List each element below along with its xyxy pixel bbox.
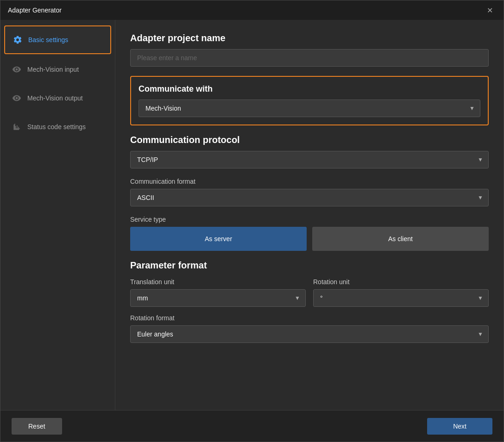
main-content: Basic settings Mech-Vision input Mech-Vi… [0,20,504,410]
rotation-format-group: Rotation format Euler anglesQuaternionAx… [130,314,489,343]
rotation-format-wrapper: Euler anglesQuaternionAxis-angle ▼ [130,325,489,343]
as-client-button[interactable]: As client [312,227,489,251]
close-button[interactable]: ✕ [483,4,496,17]
gear-icon [13,35,23,45]
translation-unit-select[interactable]: mmmcm [130,289,306,307]
service-type-label: Service type [130,216,489,223]
communicate-with-title: Communicate with [139,84,480,94]
rotation-unit-col: Rotation unit °rad ▼ [313,278,489,307]
adapter-generator-dialog: Adapter Generator ✕ Basic settings Mech-… [0,0,504,442]
sidebar-item-status-code-settings[interactable]: Status code settings [4,113,111,140]
project-name-group: Adapter project name [130,33,489,67]
unit-row: Translation unit mmmcm ▼ Rotation unit °… [130,278,489,307]
sidebar-item-mech-vision-output[interactable]: Mech-Vision output [4,85,111,112]
project-name-label: Adapter project name [130,33,489,44]
param-format-group: Parameter format Translation unit mmmcm … [130,260,489,343]
service-type-row: As server As client [130,227,489,251]
format-wrapper: ASCIIJSONBinary ▼ [130,189,489,206]
communicate-with-select[interactable]: Mech-VisionMech-Mind [139,100,480,117]
format-select[interactable]: ASCIIJSONBinary [130,189,489,206]
rotation-unit-select[interactable]: °rad [313,289,489,307]
next-button[interactable]: Next [427,418,492,435]
translation-unit-label: Translation unit [130,278,306,286]
rotation-format-label: Rotation format [130,314,489,322]
chart-icon [12,122,22,132]
communicate-with-section: Communicate with Mech-VisionMech-Mind ▼ [130,76,489,125]
protocol-label: Communication protocol [130,135,489,145]
vision-icon [12,64,22,75]
format-group: Communication format ASCIIJSONBinary ▼ [130,178,489,206]
sidebar: Basic settings Mech-Vision input Mech-Vi… [0,20,115,410]
footer: Reset Next [0,410,504,442]
sidebar-item-basic-settings[interactable]: Basic settings [4,25,111,54]
rotation-unit-label: Rotation unit [313,278,489,286]
translation-unit-wrapper: mmmcm ▼ [130,289,306,307]
rotation-unit-wrapper: °rad ▼ [313,289,489,307]
content-area: Adapter project name Communicate with Me… [115,20,504,410]
protocol-select[interactable]: TCP/IPUDP [130,151,489,168]
service-type-group: Service type As server As client [130,216,489,251]
communicate-with-wrapper: Mech-VisionMech-Mind ▼ [139,100,480,117]
format-label: Communication format [130,178,489,185]
reset-button[interactable]: Reset [12,418,62,435]
protocol-wrapper: TCP/IPUDP ▼ [130,151,489,168]
translation-unit-col: Translation unit mmmcm ▼ [130,278,306,307]
vision-icon [12,93,22,103]
rotation-format-select[interactable]: Euler anglesQuaternionAxis-angle [130,325,489,343]
sidebar-item-label: Status code settings [27,123,86,131]
sidebar-item-mech-vision-input[interactable]: Mech-Vision input [4,56,111,83]
sidebar-item-label: Mech-Vision output [27,94,83,102]
project-name-input[interactable] [130,49,489,67]
param-format-title: Parameter format [130,260,489,271]
sidebar-item-label: Mech-Vision input [27,66,79,73]
sidebar-item-label: Basic settings [28,36,68,44]
protocol-group: Communication protocol TCP/IPUDP ▼ [130,135,489,168]
dialog-title: Adapter Generator [8,6,62,14]
as-server-button[interactable]: As server [130,227,307,251]
title-bar: Adapter Generator ✕ [0,0,504,20]
